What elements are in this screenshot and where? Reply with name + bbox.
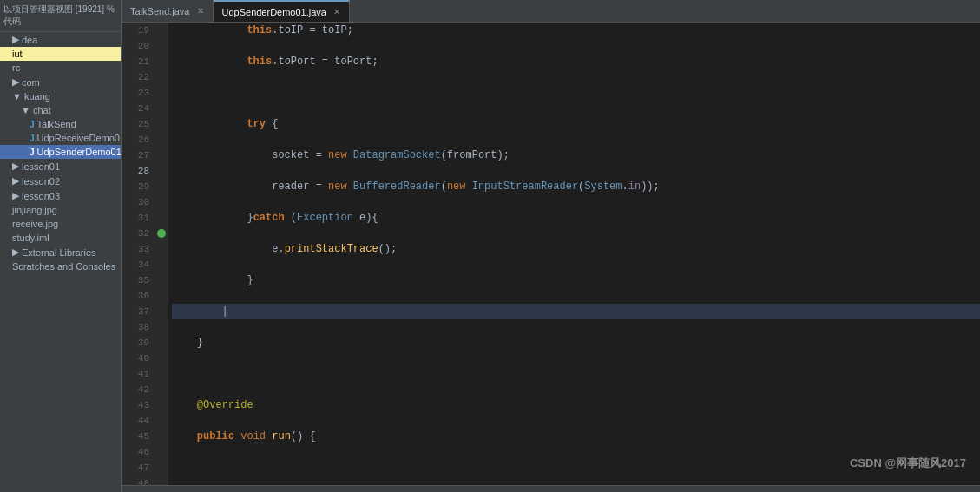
gutter-20 <box>155 38 168 54</box>
code-line-19: this.toIP = toIP; <box>172 23 980 38</box>
line-num-22: 22 <box>122 69 149 85</box>
gutter-41 <box>155 366 168 382</box>
gutter-26 <box>155 132 168 148</box>
sidebar-item-lesson01[interactable]: ▶ lesson01 <box>0 159 121 174</box>
folder-icon-lesson03: ▶ <box>12 190 19 201</box>
bottom-bar <box>122 485 980 492</box>
tab-udpsender-close[interactable]: ✕ <box>333 7 340 16</box>
code-line-27: } <box>172 272 980 288</box>
code-line-32: public void run() { <box>172 429 980 444</box>
sidebar-item-rc[interactable]: rc <box>0 61 121 75</box>
code-line-25: }catch (Exception e){ <box>172 210 980 226</box>
gutter-42 <box>155 382 168 397</box>
gutter-37 <box>155 304 168 319</box>
sidebar-item-ext-libraries[interactable]: ▶ External Libraries <box>0 245 121 259</box>
gutter-43 <box>155 397 168 413</box>
line-num-36: 36 <box>122 288 149 304</box>
code-line-30 <box>172 366 980 382</box>
gutter-32 <box>155 226 168 241</box>
sidebar-item-udpsender[interactable]: J UdpSenderDemo01 <box>0 145 121 159</box>
line-num-48: 48 <box>122 476 149 485</box>
code-pre: this.toIP = toIP; this.toPort = toPort; … <box>172 23 980 485</box>
sidebar-item-chat[interactable]: ▼ chat <box>0 103 121 117</box>
tab-talksend[interactable]: TalkSend.java ✕ <box>122 0 214 22</box>
tab-udpsender-label: UdpSenderDemo01.java <box>222 7 326 17</box>
line-num-45: 45 <box>122 429 149 444</box>
sidebar-item-lesson03[interactable]: ▶ lesson03 <box>0 188 121 203</box>
line-num-46: 46 <box>122 444 149 460</box>
sidebar-item-talksend[interactable]: J TalkSend <box>0 117 121 131</box>
gutter-31 <box>155 210 168 226</box>
gutter-21 <box>155 54 168 69</box>
code-line-31: @Override <box>172 397 980 413</box>
gutter-33 <box>155 241 168 257</box>
gutter-30 <box>155 194 168 210</box>
code-line-20: this.toPort = toPort; <box>172 54 980 69</box>
line-num-43: 43 <box>122 397 149 413</box>
folder-icon-lesson01: ▶ <box>12 161 19 172</box>
run-icon-32[interactable] <box>157 229 166 238</box>
line-num-42: 42 <box>122 382 149 397</box>
code-line-24: reader = new BufferedReader(new InputStr… <box>172 179 980 194</box>
sidebar-item-iut[interactable]: iut <box>0 47 121 61</box>
gutter-44 <box>155 413 168 429</box>
line-num-19: 19 <box>122 23 149 38</box>
line-num-33: 33 <box>122 241 149 257</box>
sidebar: 以项目管理器视图 [19921] % 代码 ▶ dea iut rc ▶ com… <box>0 0 122 492</box>
tab-udpsender[interactable]: UdpSenderDemo01.java ✕ <box>214 0 350 22</box>
line-num-41: 41 <box>122 366 149 382</box>
sidebar-item-rc-label: rc <box>12 62 20 73</box>
line-num-26: 26 <box>122 132 149 148</box>
sidebar-item-udpreceive[interactable]: J UdpReceiveDemo01 <box>0 131 121 145</box>
gutter-25 <box>155 116 168 132</box>
tab-talksend-label: TalkSend.java <box>130 6 190 16</box>
java-icon-talksend: J <box>30 120 35 129</box>
sidebar-item-jinjiang[interactable]: jinjiang.jpg <box>0 203 121 217</box>
line-num-44: 44 <box>122 413 149 429</box>
code-editor[interactable]: 19 20 21 22 23 24 25 26 27 28 29 30 31 3… <box>122 23 980 485</box>
line-num-37: 37 <box>122 304 149 319</box>
code-line-23: socket = new DatagramSocket(fromPort); <box>172 148 980 163</box>
gutter-39 <box>155 335 168 351</box>
sidebar-item-dea[interactable]: ▶ dea <box>0 32 121 47</box>
gutter-35 <box>155 272 168 288</box>
sidebar-item-studyiml[interactable]: study.iml <box>0 231 121 245</box>
tab-talksend-close[interactable]: ✕ <box>197 6 204 16</box>
gutter-22 <box>155 69 168 85</box>
folder-icon-com: ▶ <box>12 76 19 88</box>
line-num-39: 39 <box>122 335 149 351</box>
gutter-34 <box>155 257 168 272</box>
line-num-24: 24 <box>122 101 149 116</box>
line-num-25: 25 <box>122 116 149 132</box>
line-num-40: 40 <box>122 351 149 366</box>
code-line-29: } <box>172 335 980 351</box>
sidebar-title: 以项目管理器视图 [19921] % 代码 <box>3 3 117 28</box>
sidebar-item-scratches[interactable]: Scratches and Consoles <box>0 259 121 273</box>
gutter-38 <box>155 319 168 335</box>
code-line-22: try { <box>172 116 980 132</box>
code-line-21 <box>172 85 980 101</box>
gutter-36 <box>155 288 168 304</box>
main-panel: TalkSend.java ✕ UdpSenderDemo01.java ✕ 1… <box>122 0 980 492</box>
gutter-28 <box>155 163 168 179</box>
line-num-34: 34 <box>122 257 149 272</box>
folder-icon-kuang: ▼ <box>12 91 22 102</box>
gutter-40 <box>155 351 168 366</box>
gutter-23 <box>155 85 168 101</box>
line-num-47: 47 <box>122 460 149 476</box>
sidebar-item-lesson02[interactable]: ▶ lesson02 <box>0 174 121 188</box>
sidebar-item-receive[interactable]: receive.jpg <box>0 217 121 231</box>
code-line-28: | <box>172 304 980 319</box>
sidebar-item-iut-label: iut <box>12 49 23 59</box>
code-line-26: e.printStackTrace(); <box>172 241 980 257</box>
sidebar-item-com[interactable]: ▶ com <box>0 75 121 89</box>
gutter-24 <box>155 101 168 116</box>
gutter-29 <box>155 179 168 194</box>
code-content[interactable]: this.toIP = toIP; this.toPort = toPort; … <box>168 23 980 485</box>
sidebar-item-kuang[interactable]: ▼ kuang <box>0 89 121 103</box>
java-icon-udpsender: J <box>30 148 35 157</box>
line-num-30: 30 <box>122 194 149 210</box>
line-numbers: 19 20 21 22 23 24 25 26 27 28 29 30 31 3… <box>122 23 155 485</box>
sidebar-header: 以项目管理器视图 [19921] % 代码 <box>0 0 121 32</box>
folder-icon-lesson02: ▶ <box>12 175 19 187</box>
